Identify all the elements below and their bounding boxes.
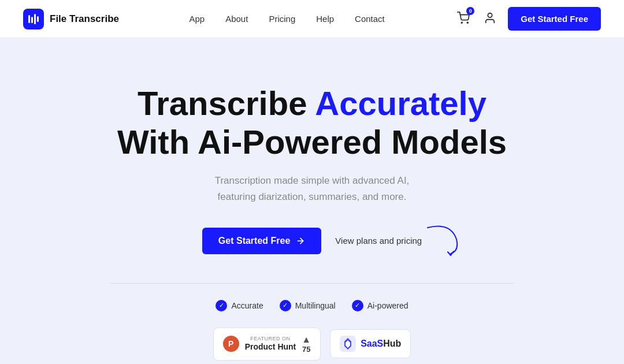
ph-count-number: 75 — [302, 345, 310, 354]
feature-badges: ✓ Accurate ✓ Multilingual ✓ Ai-powered — [216, 300, 408, 311]
hero-cta-label: Get Started Free — [218, 236, 290, 246]
nav-about-link[interactable]: About — [225, 14, 248, 24]
hero-title: Transcribe Accurately With Ai-Powered Mo… — [117, 84, 507, 161]
brand-name: File Transcribe — [50, 13, 119, 25]
check-icon-ai: ✓ — [352, 300, 363, 311]
cart-badge: 0 — [466, 7, 474, 15]
ph-featured-label: FEATURED ON — [245, 336, 296, 342]
nav-links: App About Pricing Help Contact — [189, 14, 384, 24]
svg-point-5 — [467, 22, 469, 23]
nav-app-link[interactable]: App — [189, 14, 205, 24]
svg-rect-1 — [31, 17, 33, 23]
navbar-cta-button[interactable]: Get Started Free — [508, 7, 601, 31]
hero-title-accent: Accurately — [315, 84, 486, 122]
feature-accurate: ✓ Accurate — [216, 300, 263, 311]
saashub-name: SaaSHub — [361, 339, 401, 349]
feature-multilingual: ✓ Multilingual — [280, 300, 336, 311]
svg-point-4 — [462, 22, 463, 23]
product-hunt-text: FEATURED ON Product Hunt — [245, 336, 296, 352]
check-icon-accurate: ✓ — [216, 300, 227, 311]
hero-cta-button[interactable]: Get Started Free — [202, 228, 321, 254]
hero-title-part1: Transcribe — [138, 84, 315, 122]
nav-pricing-link[interactable]: Pricing — [269, 14, 295, 24]
nav-help-link[interactable]: Help — [316, 14, 334, 24]
saashub-logo — [340, 336, 356, 352]
feature-multilingual-label: Multilingual — [295, 301, 336, 310]
pricing-link[interactable]: View plans and pricing — [335, 236, 422, 246]
feature-ai-label: Ai-powered — [367, 301, 408, 310]
logo-icon — [23, 9, 44, 29]
svg-rect-2 — [34, 14, 36, 24]
ph-name-label: Product Hunt — [245, 342, 296, 352]
decorative-arrow — [422, 222, 468, 257]
saashub-badge[interactable]: SaaSHub — [330, 329, 411, 358]
hero-actions: Get Started Free View plans and pricing — [202, 228, 422, 254]
brand-logo[interactable]: File Transcribe — [23, 9, 119, 29]
social-proof: P FEATURED ON Product Hunt ▲ 75 SaaSHub — [213, 328, 411, 361]
hero-divider — [110, 283, 514, 284]
hero-subtitle: Transcription made simple with advanced … — [196, 173, 428, 204]
svg-rect-0 — [28, 15, 30, 23]
navbar: File Transcribe App About Pricing Help C… — [0, 0, 624, 38]
hero-title-part2: With Ai-Powered Models — [117, 123, 507, 161]
user-button[interactable] — [481, 9, 499, 28]
ph-upvote-arrow: ▲ — [302, 334, 311, 345]
product-hunt-badge[interactable]: P FEATURED ON Product Hunt ▲ 75 — [213, 328, 321, 361]
feature-accurate-label: Accurate — [231, 301, 263, 310]
svg-rect-3 — [37, 16, 39, 22]
product-hunt-logo: P — [223, 336, 239, 352]
check-icon-multilingual: ✓ — [280, 300, 291, 311]
hero-section: Transcribe Accurately With Ai-Powered Mo… — [0, 38, 624, 364]
svg-point-6 — [488, 13, 492, 17]
ph-count-block: ▲ 75 — [302, 334, 311, 354]
cart-button[interactable]: 0 — [455, 9, 472, 28]
navbar-actions: 0 Get Started Free — [455, 7, 601, 31]
feature-ai-powered: ✓ Ai-powered — [352, 300, 408, 311]
nav-contact-link[interactable]: Contact — [355, 14, 385, 24]
